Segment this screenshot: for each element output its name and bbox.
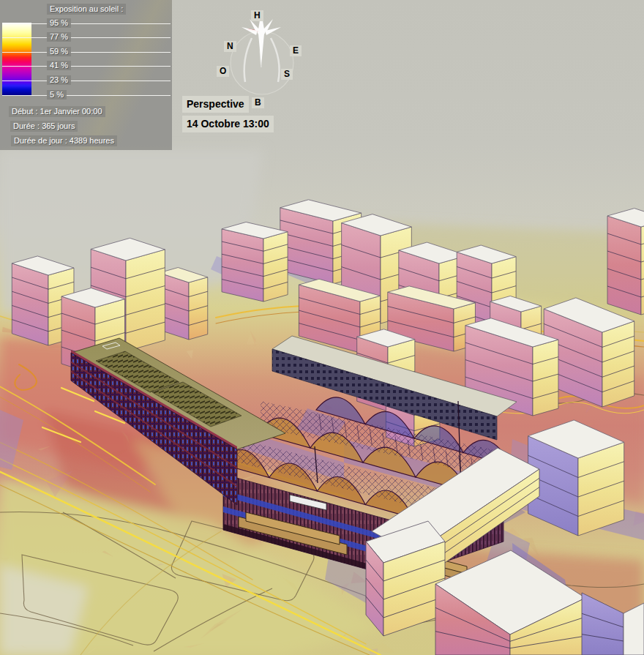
legend-tick-line — [2, 52, 171, 53]
legend-tick-label: 95 % — [47, 18, 71, 28]
building-block — [160, 268, 208, 340]
sun-exposure-study-window: Exposition au soleil : 95 %77 %59 %41 %2… — [0, 0, 644, 655]
compass-east-label[interactable]: E — [290, 45, 302, 56]
legend-tick-line — [2, 66, 171, 67]
sun-exposure-legend: Exposition au soleil : 95 %77 %59 %41 %2… — [0, 0, 172, 150]
building-face-right — [602, 321, 634, 407]
legend-title: Exposition au soleil : — [47, 4, 126, 15]
compass-north-label[interactable]: N — [224, 41, 236, 52]
legend-tick-line — [2, 95, 171, 96]
building-block — [222, 222, 288, 302]
legend-tick-label: 41 % — [47, 61, 71, 70]
legend-tick-line — [2, 37, 171, 38]
legend-tick-label: 77 % — [47, 32, 71, 42]
building-face-left — [222, 229, 263, 302]
building-face-left — [12, 263, 48, 345]
compass-up-label[interactable]: H — [251, 10, 263, 21]
legend-info-line: Durée : 365 jours — [10, 121, 78, 132]
legend-info-line: Durée de jour : 4389 heures — [11, 135, 117, 146]
legend-color-scale — [2, 23, 31, 95]
legend-tick-line — [2, 23, 171, 24]
legend-info-line: Début : 1er Janvier 00:00 — [9, 106, 105, 117]
building-face-right — [263, 232, 288, 302]
building-face-right — [641, 220, 644, 315]
legend-tick-label: 5 % — [47, 90, 67, 100]
building-face-left — [607, 216, 641, 315]
building-block — [607, 209, 644, 315]
datetime-label: 14 Octobre 13:00 — [182, 116, 274, 132]
legend-tick-label: 23 % — [47, 75, 71, 85]
view-mode-label: Perspective — [182, 96, 249, 113]
building-face-right — [126, 250, 165, 351]
compass-west-label[interactable]: O — [217, 66, 229, 77]
building-block — [528, 420, 624, 536]
legend-tick-label: 59 % — [47, 47, 71, 56]
compass-south-label[interactable]: S — [281, 69, 293, 80]
legend-tick-line — [2, 81, 171, 81]
compass-down-label[interactable]: B — [252, 97, 264, 108]
